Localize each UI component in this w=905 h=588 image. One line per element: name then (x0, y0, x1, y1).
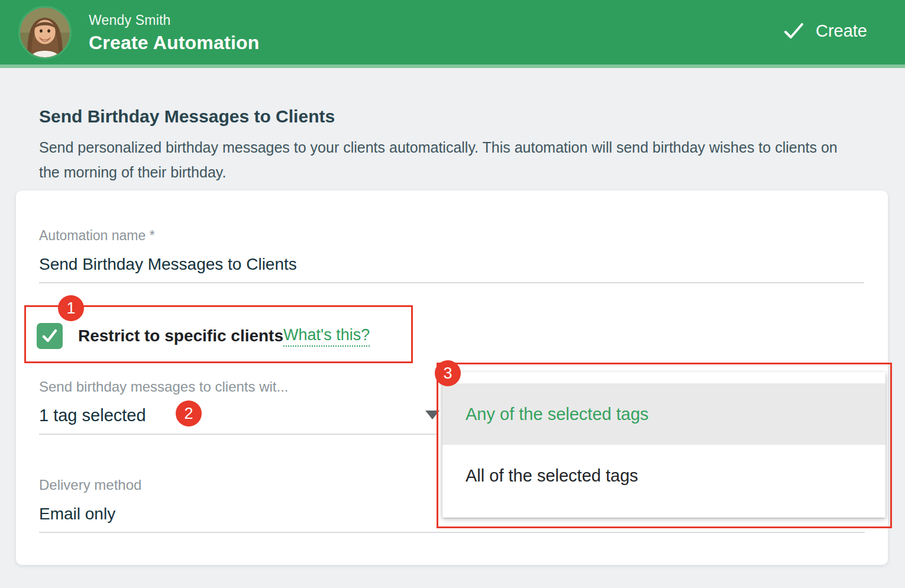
header-text-block: Wendy Smith Create Automation (89, 12, 259, 54)
tags-select-value[interactable]: 1 tag selected (39, 406, 146, 425)
delivery-method-underline (39, 532, 865, 533)
tags-match-dropdown-menu: Any of the selected tags All of the sele… (442, 372, 885, 518)
tags-select-dropdown-arrow-icon[interactable] (425, 411, 439, 419)
whats-this-link[interactable]: What's this? (283, 325, 370, 347)
check-icon (783, 20, 805, 42)
header-user-name: Wendy Smith (89, 12, 259, 28)
delivery-method-label: Delivery method (39, 477, 141, 493)
annotation-badge-2: 2 (176, 400, 202, 427)
create-button[interactable]: Create (783, 20, 867, 42)
app-header: Wendy Smith Create Automation Create (0, 0, 905, 68)
dropdown-option-all-tags[interactable]: All of the selected tags (442, 445, 885, 506)
tags-select-underline (39, 434, 438, 435)
checkbox-check-icon (41, 327, 59, 345)
automation-name-underline (39, 282, 864, 283)
delivery-method-value[interactable]: Email only (39, 505, 115, 524)
automation-name-input[interactable]: Send Birthday Messages to Clients (39, 255, 297, 274)
annotation-badge-1: 1 (58, 295, 84, 321)
create-automation-screen: Wendy Smith Create Automation Create Sen… (0, 0, 905, 588)
automation-name-label: Automation name * (39, 228, 155, 244)
automation-heading: Send Birthday Messages to Clients (39, 106, 335, 127)
restrict-clients-row[interactable]: Restrict to specific clientsWhat's this? (37, 322, 370, 350)
avatar-photo-illustration (20, 8, 70, 57)
automation-description: Send personalized birthday messages to y… (39, 135, 861, 185)
dropdown-option-any-tags[interactable]: Any of the selected tags (442, 383, 885, 445)
user-avatar (18, 6, 72, 59)
create-button-label: Create (816, 21, 867, 41)
restrict-clients-checkbox[interactable] (37, 323, 63, 349)
restrict-clients-label: Restrict to specific clients (78, 327, 283, 345)
page-title: Create Automation (89, 32, 259, 54)
annotation-badge-3: 3 (435, 360, 461, 386)
tags-select-label: Send birthday messages to clients wit... (39, 379, 289, 395)
